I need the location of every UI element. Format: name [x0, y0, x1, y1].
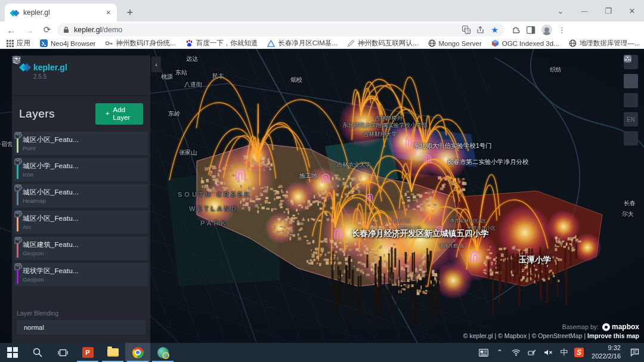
- tray-expand-chevron[interactable]: ⌃: [494, 348, 506, 357]
- layer-name: 城区小区_Featu...: [23, 188, 79, 197]
- attribution-links[interactable]: © kepler.gl | © Mapbox | © OpenStreetMap…: [463, 332, 586, 339]
- bookmark-item[interactable]: 百度一下，你就知道: [185, 39, 258, 48]
- windows-taskbar: P ⌃ 中 S 9:32 2022/2/16: [0, 343, 644, 362]
- back-button[interactable]: ←: [4, 23, 19, 37]
- close-button[interactable]: ✕: [620, 7, 644, 16]
- mapbox-logo[interactable]: mapbox: [602, 323, 639, 331]
- ime-indicator[interactable]: 中: [558, 347, 570, 358]
- bookmark-item[interactable]: Neo4j Browser: [40, 39, 95, 47]
- map-label: 张家山: [179, 148, 197, 157]
- restore-button[interactable]: ❐: [596, 7, 620, 16]
- legend-button[interactable]: [624, 131, 638, 146]
- layer-name: 城区小区_Featu...: [23, 214, 79, 223]
- taskbar-chrome[interactable]: [125, 343, 150, 362]
- map-label: WETLAND: [189, 205, 239, 212]
- layer-row[interactable]: 城区小区_Featu...Arc: [14, 211, 148, 234]
- bookmarks-bar: » 应用Neo4j Browser神州数码IT身份统...百度一下，你就知道长春…: [0, 38, 644, 49]
- task-view-button[interactable]: [50, 343, 75, 362]
- globe-icon: [569, 39, 577, 47]
- browser-tab[interactable]: kepler.gl ×: [5, 4, 117, 21]
- map-label: SOUTH CREEK: [178, 191, 252, 198]
- chevron-down-icon[interactable]: [14, 263, 21, 267]
- start-button[interactable]: [0, 343, 25, 362]
- forward-button[interactable]: →: [21, 23, 37, 37]
- layer-row[interactable]: 现状学区_Featu...Geojson: [14, 263, 148, 286]
- svg-text:文: 文: [466, 29, 470, 33]
- tab-search-chevron-icon[interactable]: ⌄: [549, 7, 572, 16]
- address-bar[interactable]: kepler.gl/demo A 文 ★: [57, 23, 504, 36]
- apps-grid-icon: [6, 39, 14, 47]
- toggle-3d-button[interactable]: [624, 74, 638, 88]
- map-label: 东岭: [168, 110, 180, 118]
- taskbar-gis-app[interactable]: [150, 343, 175, 362]
- layer-row[interactable]: 城区建筑_Featu...Geojson: [14, 237, 148, 260]
- bookmark-item[interactable]: Mongo Server: [428, 39, 482, 47]
- taskbar-powerpoint[interactable]: P: [75, 343, 100, 362]
- map-label: 吉林财经大学: [363, 131, 397, 138]
- news-widget-icon[interactable]: [478, 349, 490, 357]
- bookmark-item[interactable]: 神州数码IT身份统...: [105, 39, 175, 48]
- add-layer-button[interactable]: + Add Layer: [95, 103, 143, 125]
- extensions-icon[interactable]: [512, 26, 521, 35]
- reload-button[interactable]: ⟳: [39, 23, 55, 37]
- chevron-down-icon[interactable]: [14, 132, 21, 136]
- map-canvas[interactable]: 远达东站民丰八道街烟校织纺桃源东岭张家山一宿舍施工地SOUTH CREEKWET…: [0, 49, 644, 343]
- new-tab-button[interactable]: +: [123, 5, 137, 20]
- triangle-icon: [267, 39, 275, 47]
- map-attribution: Basemap by: mapbox © kepler.gl | © Mapbo…: [463, 323, 639, 339]
- layer-blending-label: Layer Blending: [12, 305, 150, 320]
- locale-button[interactable]: EN: [624, 112, 638, 126]
- taskbar-search-button[interactable]: [25, 343, 50, 362]
- draw-polygon-button[interactable]: [624, 93, 638, 107]
- menu-kebab-icon[interactable]: ⋮: [558, 26, 566, 35]
- chevron-down-icon[interactable]: [14, 184, 21, 188]
- layer-row[interactable]: 城区小区_Featu...Heatmap: [14, 184, 148, 208]
- map-label: 玉潭小学: [519, 255, 551, 265]
- volume-muted-icon[interactable]: [542, 349, 554, 356]
- plus-icon: +: [106, 110, 110, 117]
- share-icon[interactable]: [476, 26, 485, 34]
- chevron-down-icon[interactable]: [14, 158, 21, 162]
- tab-close-icon[interactable]: ×: [106, 8, 111, 17]
- bookmark-item[interactable]: OGC Indexed 3d...: [491, 39, 559, 47]
- bookmark-item[interactable]: 应用: [6, 39, 30, 48]
- bookmark-item[interactable]: 地理数据库管理—...: [569, 39, 640, 48]
- sogou-input-icon[interactable]: S: [574, 348, 584, 357]
- minimize-button[interactable]: —: [572, 7, 596, 14]
- bookmark-item[interactable]: 长春净月区CIM基...: [267, 39, 338, 48]
- wifi-icon[interactable]: [510, 349, 522, 356]
- layer-type: Arc: [23, 224, 79, 230]
- mapbox-logo-icon: [602, 323, 610, 331]
- layer-row[interactable]: 城区小学_Featu...Icon: [14, 158, 148, 181]
- taskbar-file-explorer[interactable]: [100, 343, 125, 362]
- action-center-icon[interactable]: [628, 348, 640, 357]
- key-icon: [105, 39, 113, 47]
- profile-avatar[interactable]: [541, 24, 552, 35]
- map-label: 长春市第二实验小学净月分校: [447, 158, 529, 166]
- panel-collapse-button[interactable]: ‹: [151, 57, 161, 72]
- layer-type: Geojson: [23, 250, 79, 256]
- bookmark-star-icon[interactable]: ★: [491, 25, 499, 35]
- chevron-down-icon[interactable]: [14, 211, 21, 215]
- layer-row[interactable]: 城区小区_Featu...Point: [14, 132, 148, 155]
- layer-blending-select[interactable]: normal: [17, 320, 145, 335]
- layer-type: Geojson: [23, 276, 79, 283]
- layers-heading: Layers: [19, 107, 55, 120]
- map-label: 桃源: [161, 73, 173, 81]
- neo4j-icon: [40, 39, 48, 47]
- layer-name: 城区建筑_Featu...: [23, 240, 79, 249]
- map-label: 长春净月经济开发区新立城镇五四小学: [352, 228, 489, 239]
- side-panel-icon[interactable]: [527, 26, 535, 34]
- layer-name: 城区小学_Featu...: [23, 162, 79, 171]
- taskbar-clock[interactable]: 9:32 2022/2/16: [588, 344, 624, 361]
- map-label: 尔夫: [622, 210, 634, 218]
- pen-input-icon[interactable]: [526, 349, 538, 356]
- improve-map-link[interactable]: Improve this map: [587, 332, 639, 339]
- map-label: 东站: [175, 69, 187, 77]
- translate-icon[interactable]: A 文: [462, 26, 470, 34]
- tab-strip: kepler.gl × + ⌄ — ❐ ✕: [0, 0, 644, 21]
- bookmark-item[interactable]: 神州数码互联网认...: [347, 39, 419, 48]
- chevron-down-icon[interactable]: [14, 237, 21, 241]
- map-controls: EN: [624, 55, 638, 146]
- layer-list: 城区小区_Featu...Point城区小学_Featu...Icon城区小区_…: [12, 131, 150, 305]
